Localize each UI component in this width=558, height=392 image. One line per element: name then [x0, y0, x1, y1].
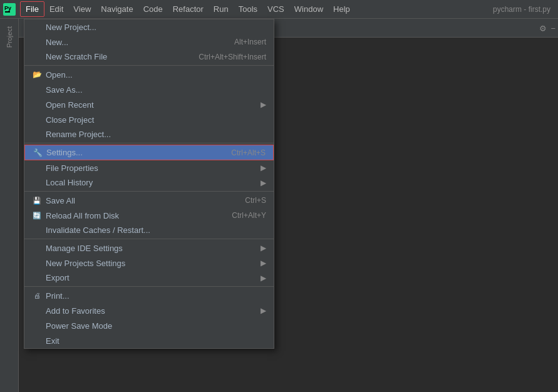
menu-item-invalidate-label: Invalidate Caches / Restart... [46, 225, 266, 235]
menu-item-save-all[interactable]: 💾 Save All Ctrl+S [24, 193, 274, 208]
menu-item-new-project-label: New Project... [46, 23, 266, 32]
menu-item-save-all-label: Save All [46, 196, 232, 205]
menu-item-new-projects-settings[interactable]: New Projects Settings ▶ [24, 255, 274, 271]
menu-navigate[interactable]: Navigate [96, 2, 138, 16]
menu-item-file-props-label: File Properties [46, 163, 256, 173]
menu-item-favorites-label: Add to Favorites [46, 306, 256, 316]
menu-item-new-project[interactable]: New Project... [24, 19, 274, 34]
menu-item-save-as[interactable]: Save As... [24, 82, 274, 97]
menu-item-local-history-label: Local History [46, 178, 256, 187]
menu-item-settings[interactable]: 🔧 Settings... Ctrl+Alt+S [24, 145, 274, 160]
manage-ide-arrow: ▶ [261, 244, 266, 252]
menu-item-new-label: New... [46, 38, 222, 47]
svg-text:Py: Py [4, 5, 11, 11]
menu-item-open-recent-label: Open Recent [46, 100, 256, 110]
menubar: Py File Edit View Navigate Code Refactor… [0, 0, 558, 19]
menu-item-print[interactable]: 🖨 Print... [24, 288, 274, 303]
app-title: pycharm - first.py [493, 5, 555, 14]
menu-item-manage-ide-label: Manage IDE Settings [46, 244, 256, 253]
menu-code[interactable]: Code [138, 2, 168, 16]
menu-item-add-favorites[interactable]: Add to Favorites ▶ [24, 303, 274, 318]
open-folder-icon: 📂 [32, 70, 42, 79]
settings-gear-icon[interactable]: ⚙ [539, 24, 547, 33]
menu-item-print-label: Print... [46, 291, 266, 301]
menu-item-open-label: Open... [46, 70, 266, 80]
menu-item-new-projects-label: New Projects Settings [46, 259, 256, 268]
menu-item-open[interactable]: 📂 Open... [24, 67, 274, 82]
menu-view[interactable]: View [68, 2, 96, 16]
menu-item-reload-label: Reload All from Disk [46, 211, 219, 220]
menu-item-open-recent[interactable]: Open Recent ▶ [24, 97, 274, 112]
new-projects-arrow: ▶ [261, 259, 266, 267]
export-arrow: ▶ [261, 274, 266, 282]
menu-item-settings-label: Settings... [46, 148, 219, 157]
menu-item-exit-label: Exit [46, 336, 266, 346]
menu-vcs[interactable]: VCS [262, 2, 289, 16]
menu-file[interactable]: File [20, 1, 44, 17]
menu-item-export[interactable]: Export ▶ [24, 271, 274, 287]
save-icon: 💾 [32, 197, 42, 205]
menu-item-reload-shortcut: Ctrl+Alt+Y [232, 211, 266, 220]
menu-item-invalidate[interactable]: Invalidate Caches / Restart... [24, 223, 274, 239]
menu-tools[interactable]: Tools [234, 2, 262, 16]
menu-item-manage-ide[interactable]: Manage IDE Settings ▶ [24, 240, 274, 255]
menu-item-rename-project[interactable]: Rename Project... [24, 127, 274, 143]
local-history-arrow: ▶ [261, 178, 266, 187]
menu-item-power-save[interactable]: Power Save Mode [24, 318, 274, 333]
menu-run[interactable]: Run [209, 2, 234, 16]
wrench-icon: 🔧 [33, 148, 43, 157]
favorites-arrow: ▶ [261, 306, 266, 315]
file-props-arrow: ▶ [261, 163, 266, 172]
menu-refactor[interactable]: Refactor [168, 2, 209, 16]
menu-item-power-save-label: Power Save Mode [46, 321, 266, 331]
printer-icon: 🖨 [32, 292, 42, 299]
menu-edit[interactable]: Edit [44, 2, 68, 16]
svg-rect-1 [5, 11, 10, 13]
menu-item-scratch-label: New Scratch File [46, 52, 186, 61]
menu-window[interactable]: Window [289, 2, 328, 16]
file-dropdown-menu: New Project... New... Alt+Insert New Scr… [24, 19, 274, 349]
reload-icon: 🔄 [32, 212, 42, 220]
menu-item-export-label: Export [46, 273, 256, 282]
menu-item-save-as-label: Save As... [46, 85, 266, 95]
open-recent-arrow: ▶ [261, 100, 266, 109]
menu-item-rename-label: Rename Project... [46, 130, 266, 139]
menu-item-file-properties[interactable]: File Properties ▶ [24, 160, 274, 175]
menu-item-exit[interactable]: Exit [24, 333, 274, 348]
menu-item-close-project-label: Close Project [46, 115, 266, 125]
menu-item-local-history[interactable]: Local History ▶ [24, 175, 274, 192]
menu-item-new-scratch[interactable]: New Scratch File Ctrl+Alt+Shift+Insert [24, 49, 274, 66]
menu-item-reload-all[interactable]: 🔄 Reload All from Disk Ctrl+Alt+Y [24, 208, 274, 223]
menu-item-close-project[interactable]: Close Project [24, 112, 274, 127]
sidebar: Project [0, 19, 19, 392]
menu-item-settings-shortcut: Ctrl+Alt+S [231, 148, 266, 157]
menu-item-new[interactable]: New... Alt+Insert [24, 34, 274, 49]
editor-toolbar: ⚙ − [539, 19, 555, 38]
app-logo: Py [3, 3, 16, 16]
menu-item-scratch-shortcut: Ctrl+Alt+Shift+Insert [199, 53, 266, 61]
sidebar-tab-project[interactable]: Project [3, 21, 16, 53]
menu-help[interactable]: Help [328, 2, 355, 16]
menu-item-save-all-shortcut: Ctrl+S [245, 196, 266, 205]
menu-item-new-shortcut: Alt+Insert [234, 38, 266, 46]
minimize-icon[interactable]: − [550, 24, 555, 33]
